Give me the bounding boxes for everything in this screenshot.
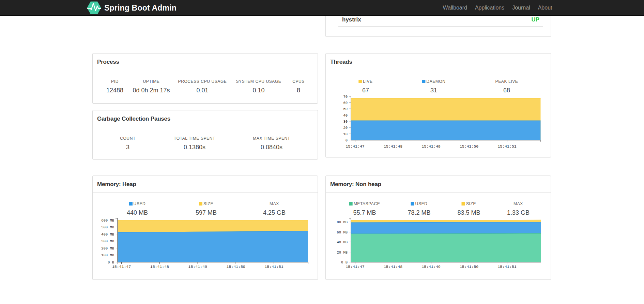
nav-item-journal: Journal xyxy=(508,0,534,16)
metric-gc-max-time: MAX TIME SPENT 0.0840s xyxy=(253,136,290,152)
threads-panel-title: Threads xyxy=(330,54,352,70)
memory-nonheap-panel: Memory: Non heap METASPACE 55.7 MB USED … xyxy=(325,176,551,280)
nav-item-about: About xyxy=(534,0,556,16)
threads-panel-heading: Threads xyxy=(326,54,551,70)
nonheap-panel-heading: Memory: Non heap xyxy=(326,176,551,193)
nav-item-applications: Applications xyxy=(471,0,508,16)
gc-panel-heading: Garbage Collection Pauses xyxy=(93,110,318,127)
metaspace-swatch xyxy=(349,202,353,206)
metric-system-cpu-usage: SYSTEM CPU USAGE 0.10 xyxy=(236,79,281,95)
process-panel: Process PID 12488 UPTIME 0d 0h 2m 17s PR… xyxy=(92,53,318,104)
legend-nonheap-max: MAX 1.33 GB xyxy=(507,201,530,217)
legend-peak-live: PEAK LIVE 68 xyxy=(495,79,518,95)
used-swatch xyxy=(129,202,133,206)
metric-process-cpu-usage: PROCESS CPU USAGE 0.01 xyxy=(178,79,227,95)
process-panel-title: Process xyxy=(97,54,119,70)
heap-panel-heading: Memory: Heap xyxy=(93,176,318,193)
heap-panel-title: Memory: Heap xyxy=(97,176,136,193)
legend-heap-used: USED 440 MB xyxy=(127,201,148,217)
nav-link-applications[interactable]: Applications xyxy=(471,0,508,16)
size-swatch xyxy=(199,202,202,206)
process-panel-heading: Process xyxy=(93,54,318,70)
metric-gc-total-time: TOTAL TIME SPENT 0.1380s xyxy=(174,136,215,152)
daemon-swatch xyxy=(422,80,425,83)
gc-panel-title: Garbage Collection Pauses xyxy=(97,110,170,127)
memory-heap-panel: Memory: Heap USED 440 MB SIZE 597 MB MAX… xyxy=(92,176,318,280)
live-swatch xyxy=(358,80,362,83)
nonheap-panel-title: Memory: Non heap xyxy=(330,176,381,193)
brand[interactable]: Spring Boot Admin xyxy=(87,0,177,16)
nav-links: Wallboard Applications Journal About xyxy=(439,0,556,16)
navbar: Spring Boot Admin Wallboard Applications… xyxy=(0,0,644,16)
size-swatch xyxy=(462,202,465,206)
divider xyxy=(338,26,543,27)
nav-link-wallboard[interactable]: Wallboard xyxy=(439,0,471,16)
metric-uptime: UPTIME 0d 0h 2m 17s xyxy=(133,79,170,95)
legend-nonheap-size: SIZE 83.5 MB xyxy=(457,201,480,217)
metric-cpus: CPUS 8 xyxy=(292,79,305,95)
legend-daemon: DAEMON 31 xyxy=(422,79,445,95)
used-swatch xyxy=(411,202,414,206)
metric-gc-count: COUNT 3 xyxy=(120,136,136,152)
threads-panel: Threads LIVE 67 DAEMON 31 PEAK LIVE 68 xyxy=(325,53,551,157)
nav-item-wallboard: Wallboard xyxy=(439,0,471,16)
legend-heap-max: MAX 4.25 GB xyxy=(263,201,286,217)
garbage-collection-panel: Garbage Collection Pauses COUNT 3 TOTAL … xyxy=(92,110,318,159)
legend-metaspace: METASPACE 55.7 MB xyxy=(349,201,380,217)
legend-heap-size: SIZE 597 MB xyxy=(196,201,217,217)
nav-link-about[interactable]: About xyxy=(534,0,556,16)
metric-pid: PID 12488 xyxy=(106,79,123,95)
legend-nonheap-used: USED 78.2 MB xyxy=(408,201,430,217)
nav-link-journal[interactable]: Journal xyxy=(508,0,534,16)
spring-boot-admin-logo-icon xyxy=(87,1,101,15)
brand-title: Spring Boot Admin xyxy=(104,3,177,13)
legend-live: LIVE 67 xyxy=(358,79,372,95)
